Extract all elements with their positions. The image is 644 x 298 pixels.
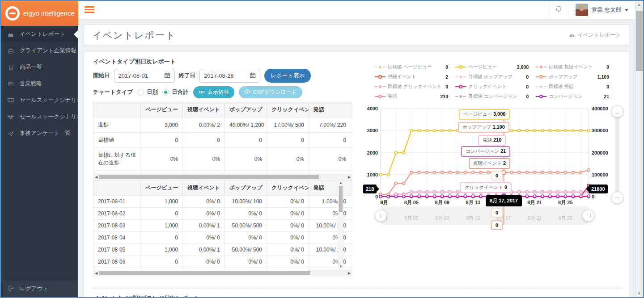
sidebar-item-4[interactable]: セールストークシナリオ作成依頼	[1, 92, 78, 109]
scroll-up-icon[interactable]: ▲	[339, 181, 343, 185]
sidebar-item-5[interactable]: セールストークシナリオ一覧	[1, 109, 78, 125]
user-menu[interactable]: 営業 志太郎	[568, 4, 636, 16]
sidebar-item-1[interactable]: クライアント企業情報	[1, 42, 78, 59]
table-cell: 0%/ 0	[267, 220, 309, 232]
scroll-left-icon[interactable]: ◀	[93, 174, 99, 180]
y-slider-handle-top[interactable]	[611, 105, 623, 118]
legend-item-10[interactable]: 目標値 コンバージョン0	[455, 93, 529, 100]
table-cell: 0%	[267, 148, 309, 171]
scroll-up-icon[interactable]: ▲	[636, 2, 643, 7]
table-row: 2017-08-0600%/ 00%/ 00%/ 00%/ 0	[93, 256, 353, 268]
show-report-button[interactable]: レポート表示	[264, 69, 311, 83]
legend-item-3[interactable]: 視聴イベント2	[375, 73, 448, 80]
scroll-down-icon[interactable]: ▼	[339, 264, 343, 269]
legend-item-4[interactable]: 目標値 ポップアップ0	[455, 73, 529, 80]
sidebar-item-6[interactable]: 事後アンケート一覧	[1, 125, 78, 142]
toggle-view-button[interactable]: 表示切替	[193, 86, 234, 98]
row-label: 目標に対する現在の進捗	[93, 148, 141, 171]
table-row: 2017-08-0700%/ 00%/ 00%/ 00%/ 0	[93, 268, 353, 270]
column-header: クリックイベント	[267, 102, 309, 118]
csv-label: CSVダウンロード	[253, 88, 297, 96]
table-cell: 0%/ 0	[225, 232, 267, 244]
scroll-right-icon[interactable]: ▶	[347, 270, 352, 276]
sidebar-item-label: 事後アンケート一覧	[20, 130, 71, 137]
daily-table-body: 2017-08-011,0000%/ 010.00%/ 1000%/ 01.00…	[93, 196, 353, 270]
table-cell: 0%/ 0	[183, 232, 225, 244]
daily-table-hscrollbar[interactable]: ◀ ▶	[93, 270, 352, 276]
scrollbar-thumb[interactable]	[636, 11, 643, 71]
scroll-right-icon[interactable]: ▶	[347, 174, 352, 180]
briefcase-icon	[8, 48, 14, 54]
cloud-download-icon	[244, 89, 250, 96]
legend-item-0[interactable]: 目標値 ページビュー0	[375, 63, 448, 70]
end-date-input[interactable]: 2017-08-28	[199, 69, 260, 83]
y-slider-handle-bottom[interactable]	[611, 192, 623, 204]
notifications-button[interactable]	[549, 1, 568, 19]
range-handle-left[interactable]	[375, 210, 387, 222]
column-header: コンバージョン	[351, 180, 353, 196]
gem-icon	[8, 114, 14, 120]
sidebar-menu: イベントレポートクライアント企業情報商品一覧営業戦略セールストークシナリオ作成依…	[1, 26, 78, 142]
column-header: 視聴イベント	[183, 102, 225, 118]
legend-item-1[interactable]: ページビュー3,000	[455, 63, 529, 70]
legend-item-9[interactable]: 発話210	[375, 93, 448, 100]
y-axis-slider-track[interactable]	[615, 112, 619, 199]
start-date-value: 2017-08-01	[119, 72, 148, 79]
svg-text:4000: 4000	[367, 106, 378, 111]
bookmark-icon	[8, 64, 14, 71]
range-handle-right[interactable]	[582, 210, 594, 222]
row-label: 2017-08-02	[93, 208, 141, 220]
legend-value: 21	[604, 94, 609, 99]
csv-download-button[interactable]: CSVダウンロード	[239, 86, 302, 98]
legend-item-2[interactable]: 目標値 視聴イベント0	[536, 63, 609, 70]
sidebar-item-3[interactable]: 営業戦略	[1, 76, 78, 92]
radio-daily[interactable]: 日別	[137, 88, 158, 96]
scroll-left-icon[interactable]: ◀	[93, 270, 99, 276]
svg-text:400000: 400000	[592, 106, 608, 111]
sidebar-item-0[interactable]: イベントレポート	[1, 26, 78, 42]
hscroll-thumb[interactable]	[99, 271, 310, 275]
daily-table-vscrollbar[interactable]: ▲ ▼	[338, 180, 343, 269]
radio-daily-total[interactable]: 日合計	[162, 88, 189, 96]
legend-item-5[interactable]: ポップアップ1,100	[536, 73, 609, 80]
table-cell: 0%/ 0	[183, 268, 225, 270]
table-cell	[351, 133, 353, 148]
table-cell: 1,000	[141, 196, 183, 208]
table-cell: 0	[141, 208, 183, 220]
page-scrollbar[interactable]: ▲ ▼	[635, 1, 643, 297]
sidebar-item-2[interactable]: 商品一覧	[1, 59, 78, 76]
legend-item-7[interactable]: クリックイベント0	[455, 83, 529, 90]
start-date-input[interactable]: 2017-08-01	[114, 69, 175, 83]
legend-label: 目標値 ポップアップ	[468, 74, 513, 80]
legend-label: コンバージョン	[549, 93, 582, 100]
logout-icon	[8, 285, 14, 293]
legend-value: 0	[526, 94, 529, 99]
app-logo[interactable]: eigyo intelligence	[1, 1, 78, 26]
section2-title: イベントタイプ別ブランド日次レポート	[93, 294, 199, 298]
legend-item-8[interactable]: 目標値 発話0	[536, 83, 609, 90]
table-cell: 0%/ 0	[225, 268, 267, 270]
table-cell	[351, 196, 353, 208]
left-axis-marker: 218	[363, 185, 377, 193]
table-cell: 0%/ 0	[309, 268, 351, 270]
tooltip-value: 3,000	[493, 111, 506, 117]
vscroll-thumb[interactable]	[339, 186, 343, 212]
table-cell: 0.00%/ 1	[183, 220, 225, 232]
legend-item-11[interactable]: コンバージョン21	[536, 93, 609, 100]
legend-label: ポップアップ	[549, 74, 577, 80]
chevron-down-icon	[625, 9, 628, 11]
scroll-down-icon[interactable]: ▼	[636, 291, 643, 296]
dashboard-gauge-icon	[569, 32, 575, 39]
sidebar-item-logout[interactable]: ログアウト	[1, 281, 78, 297]
svg-text:0: 0	[375, 194, 378, 199]
radio-daily-circle	[137, 89, 144, 96]
event-chart-panel: 目標値 ページビュー0ページビュー3,000目標値 視聴イベント0視聴イベント2…	[362, 61, 630, 298]
column-header: ポップアップ	[225, 180, 267, 196]
sidebar-item-label: セールストークシナリオ一覧	[20, 113, 78, 121]
nav-tooltip-1: 0	[491, 220, 503, 230]
menu-toggle-icon[interactable]	[85, 6, 94, 13]
legend-item-6[interactable]: 目標値 クリックイベント0	[375, 83, 448, 90]
hscroll-thumb[interactable]	[99, 175, 319, 179]
table-cell: 10.00%/ 100	[225, 196, 267, 208]
summary-table-hscrollbar[interactable]: ◀ ▶	[93, 174, 352, 180]
